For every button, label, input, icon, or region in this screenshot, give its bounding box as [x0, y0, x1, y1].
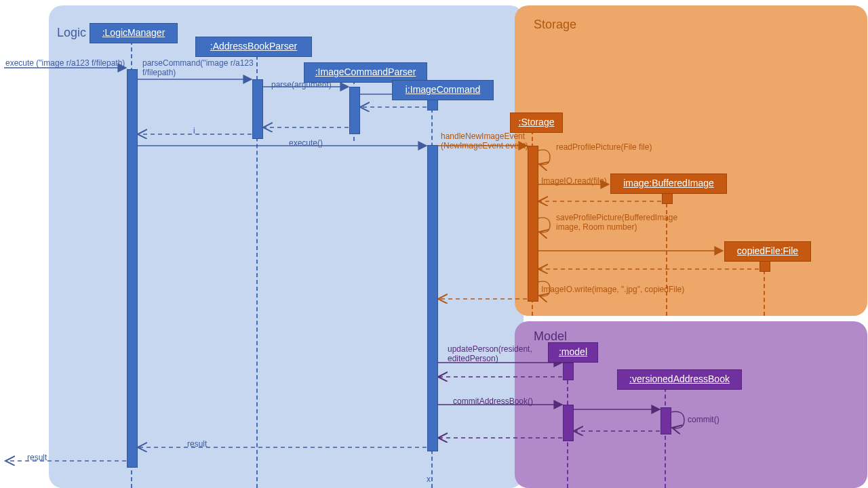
msg-commitab: commitAddressBook()	[453, 396, 533, 406]
activation-icmd2	[427, 145, 438, 451]
head-model: :model	[548, 342, 598, 363]
activation-lm	[127, 69, 138, 468]
msg-destroy: x	[427, 474, 431, 484]
msg-result2: result	[27, 453, 47, 462]
msg-entry: execute ("image r/a123 f/filepath)	[5, 58, 127, 68]
activation-parser	[252, 79, 263, 139]
head-vab: :versionedAddressBook	[617, 369, 742, 390]
head-logic-manager: :LogicManager	[90, 23, 178, 43]
msg-ioread: ImageIO.read(file)	[541, 176, 607, 186]
activation-model1	[563, 363, 574, 380]
msg-iowrite: ImageIO.write(image, ".jpg", copiedFile)	[541, 285, 684, 294]
msg-result1: result	[187, 439, 207, 449]
lifeline-vab	[665, 388, 666, 488]
package-title-model: Model	[534, 329, 567, 344]
msg-updateperson: updatePerson(resident, editedPerson)	[448, 344, 549, 364]
msg-handle: handleNewImageEvent (NewImageEvent event…	[441, 131, 529, 151]
head-buffered: image:BufferedImage	[610, 174, 727, 194]
head-parser: :AddressBookParser	[195, 37, 312, 57]
msg-execute: execute()	[289, 138, 323, 148]
lifeline-buffered	[666, 190, 667, 316]
activation-vab	[660, 407, 671, 434]
package-title-storage: Storage	[534, 18, 576, 32]
head-copied: copiedFile:File	[724, 241, 811, 262]
msg-readprofile: readProfilePicture(File file)	[556, 142, 652, 152]
msg-i: i	[193, 126, 195, 136]
activation-model2	[563, 405, 574, 441]
activation-icp	[349, 87, 360, 134]
msg-parsecmd: parseCommand("image r/a123 f/filepath)	[142, 58, 258, 78]
head-storage: :Storage	[510, 113, 563, 133]
head-icmd: i:ImageCommand	[392, 80, 494, 100]
msg-saveprofile: saveProfilePicture(BufferedImage image, …	[556, 213, 692, 232]
activation-storage	[528, 146, 538, 302]
package-title-logic: Logic	[57, 26, 86, 40]
msg-commit: commit()	[688, 415, 719, 424]
package-storage: Storage	[515, 5, 867, 316]
package-logic: Logic	[49, 5, 524, 488]
